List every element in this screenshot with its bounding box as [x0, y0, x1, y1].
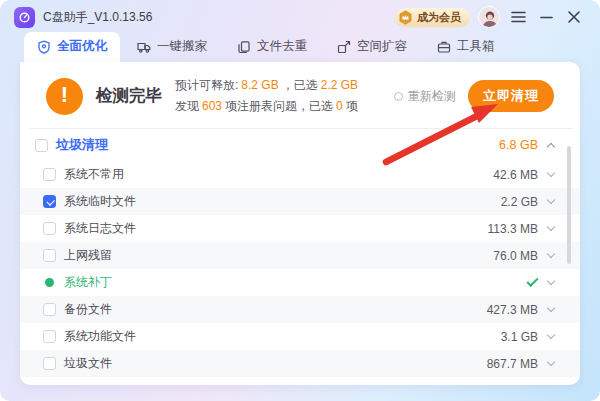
row-checkbox[interactable] [43, 357, 56, 370]
chevron-down-icon[interactable] [538, 173, 564, 176]
row-checkbox[interactable] [43, 249, 56, 262]
clean-now-button[interactable]: 立即清理 [468, 80, 554, 112]
tab-3[interactable]: 文件去重 [224, 32, 320, 62]
rescan-label: 重新检测 [408, 88, 456, 105]
registry-issue-count: 603 [202, 99, 222, 113]
completed-dot-icon [45, 278, 54, 287]
selected-issue-count: 0 [336, 99, 343, 113]
documents-icon [237, 40, 251, 54]
junk-row[interactable]: 系统日志文件113.3 MB [20, 215, 580, 242]
row-size: 76.0 MB [493, 249, 538, 263]
row-label: 系统功能文件 [64, 328, 136, 345]
app-logo-icon [14, 7, 35, 28]
junk-row[interactable]: 上网残留76.0 MB [20, 242, 580, 269]
tab-1[interactable]: 全面优化 [24, 32, 120, 62]
crown-icon [398, 10, 413, 25]
chevron-up-icon[interactable] [538, 141, 564, 150]
chevron-down-icon[interactable] [538, 200, 564, 203]
rescan-icon [394, 92, 403, 101]
tab-2[interactable]: 一键搬家 [124, 32, 220, 62]
row-size: 42.6 MB [493, 168, 538, 182]
group-label: 垃圾清理 [56, 136, 108, 154]
toolbox-icon [437, 40, 451, 54]
row-checkbox[interactable] [43, 195, 56, 208]
junk-group-header[interactable]: 垃圾清理 6.8 GB [20, 129, 580, 161]
tab-bar: 全面优化一键搬家文件去重空间扩容工具箱 [0, 34, 600, 62]
truck-icon [137, 40, 151, 54]
junk-row[interactable]: 系统补丁 [20, 269, 580, 296]
app-title: C盘助手_V1.0.13.56 [43, 9, 152, 26]
junk-row-list: 系统不常用42.6 MB系统临时文件2.2 GB系统日志文件113.3 MB上网… [20, 161, 580, 377]
row-label: 系统日志文件 [64, 220, 136, 237]
junk-row[interactable]: 系统功能文件3.1 GB [20, 323, 580, 350]
row-label: 系统临时文件 [64, 193, 136, 210]
chevron-down-icon[interactable] [538, 227, 564, 230]
shield-icon [37, 40, 51, 54]
expand-icon [337, 40, 351, 54]
main-panel: ! 检测完毕 预计可释放:8.2 GB，已选2.2 GB 发现603项注册表问题… [20, 62, 580, 385]
titlebar: C盘助手_V1.0.13.56 成为会员 [0, 0, 600, 34]
row-label: 垃圾文件 [64, 355, 112, 372]
scan-summary: ! 检测完毕 预计可释放:8.2 GB，已选2.2 GB 发现603项注册表问题… [20, 62, 580, 128]
tab-4[interactable]: 空间扩容 [324, 32, 420, 62]
member-badge[interactable]: 成为会员 [395, 8, 470, 27]
summary-line-2: 发现603项注册表问题，已选0项 [175, 96, 361, 117]
chevron-down-icon[interactable] [538, 281, 564, 284]
row-size [527, 278, 538, 288]
rescan-button[interactable]: 重新检测 [394, 88, 456, 105]
row-checkbox[interactable] [43, 222, 56, 235]
group-checkbox[interactable] [35, 139, 48, 152]
scan-summary-lines: 预计可释放:8.2 GB，已选2.2 GB 发现603项注册表问题，已选0项 [175, 75, 361, 117]
member-badge-label: 成为会员 [417, 10, 461, 25]
chevron-down-icon[interactable] [538, 308, 564, 311]
row-checkbox[interactable] [43, 330, 56, 343]
row-size: 2.2 GB [501, 195, 538, 209]
green-check-icon [526, 274, 538, 286]
scrollbar-thumb[interactable] [567, 146, 571, 264]
selected-size: 2.2 GB [321, 78, 358, 92]
row-label: 系统不常用 [64, 166, 124, 183]
menu-icon[interactable] [508, 7, 528, 27]
chevron-down-icon[interactable] [538, 362, 564, 365]
chevron-down-icon[interactable] [538, 254, 564, 257]
releasable-size: 8.2 GB [241, 78, 278, 92]
row-size: 113.3 MB [488, 222, 538, 236]
scan-status-title: 检测完毕 [96, 85, 162, 107]
row-checkbox[interactable] [43, 168, 56, 181]
tab-5[interactable]: 工具箱 [424, 32, 508, 62]
junk-row[interactable]: 垃圾文件867.7 MB [20, 350, 580, 377]
junk-row[interactable]: 系统不常用42.6 MB [20, 161, 580, 188]
tab-label: 文件去重 [257, 38, 307, 55]
tab-label: 空间扩容 [357, 38, 407, 55]
tab-label: 全面优化 [57, 38, 107, 55]
row-checkbox[interactable] [43, 303, 56, 316]
app-window: C盘助手_V1.0.13.56 成为会员 [0, 0, 600, 401]
group-total-size: 6.8 GB [499, 138, 538, 152]
row-label: 上网残留 [64, 247, 112, 264]
row-label: 备份文件 [64, 301, 112, 318]
row-label: 系统补丁 [64, 274, 112, 291]
tab-label: 一键搬家 [157, 38, 207, 55]
junk-row[interactable]: 备份文件427.3 MB [20, 296, 580, 323]
minimize-icon[interactable] [536, 7, 556, 27]
avatar[interactable] [478, 6, 500, 28]
summary-line-1: 预计可释放:8.2 GB，已选2.2 GB [175, 75, 361, 96]
close-icon[interactable] [564, 7, 584, 27]
row-size: 867.7 MB [487, 357, 538, 371]
warning-icon: ! [46, 78, 83, 115]
tab-label: 工具箱 [457, 38, 495, 55]
junk-row[interactable]: 系统临时文件2.2 GB [20, 188, 580, 215]
chevron-down-icon[interactable] [538, 335, 564, 338]
row-size: 3.1 GB [501, 330, 538, 344]
row-size: 427.3 MB [487, 303, 538, 317]
